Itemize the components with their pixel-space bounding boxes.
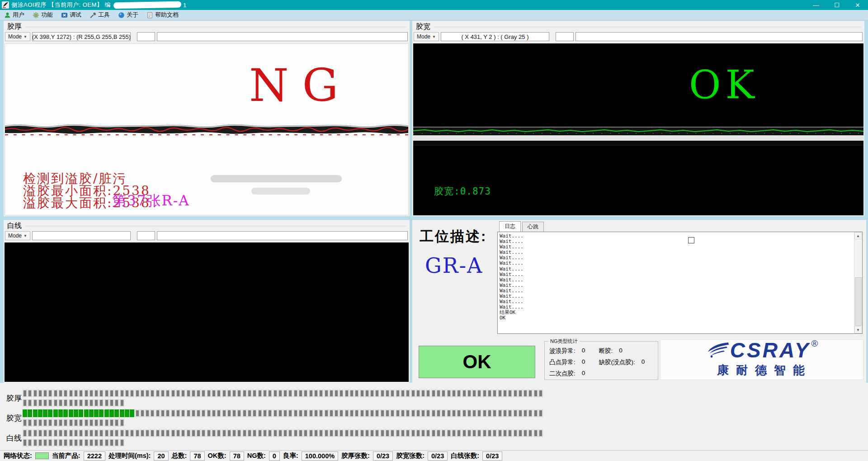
indicator-cell (426, 390, 430, 397)
indicator-cell (89, 429, 94, 437)
indicator-cell (273, 409, 278, 417)
maximize-button[interactable]: ☐ (826, 0, 847, 10)
glue-width-image[interactable]: OK 胶宽:0.873 (413, 43, 863, 215)
indicator-cell (354, 429, 359, 437)
app-window: 侧涂AOI程序 【当前用户: OEM】 编 1 — ☐ ✕ 用户功能调试工具关于… (0, 0, 868, 461)
log-checkbox[interactable] (688, 237, 694, 243)
indicator-cell (222, 429, 226, 437)
indicator-cell (69, 439, 73, 447)
indicator-cell (421, 390, 425, 397)
mode-dropdown[interactable]: Mode ▼ (414, 32, 439, 41)
log-scrollbar[interactable]: ▲ ▼ (854, 232, 862, 333)
indicator-cell (309, 390, 313, 397)
indicator-cell (84, 409, 89, 417)
mode-dropdown[interactable]: Mode ▼ (5, 231, 30, 240)
log-tab-row: 日志心跳 (497, 222, 863, 232)
aux-field-small[interactable] (137, 32, 155, 41)
pixel-readout-field[interactable] (32, 231, 131, 240)
aux-field-small[interactable] (137, 231, 155, 240)
indicator-cell (84, 390, 89, 397)
scroll-down-icon[interactable]: ▼ (854, 326, 862, 333)
tab-日志[interactable]: 日志 (499, 221, 521, 232)
minimize-button[interactable]: — (806, 0, 826, 10)
indicator-cell (156, 390, 160, 397)
panel-glue-width-header: 胶宽 (412, 21, 864, 32)
indicator-cell (411, 429, 415, 437)
indicator-cell (457, 409, 461, 417)
aux-field-long[interactable] (576, 32, 863, 41)
indicator-cell (104, 429, 109, 437)
menu-item-function[interactable]: 功能 (28, 10, 57, 20)
close-button[interactable]: ✕ (847, 0, 868, 10)
indicator-cell (462, 429, 467, 437)
indicator-cell (324, 409, 329, 417)
indicator-cell (33, 399, 38, 407)
pixel-readout-field[interactable]: ( X 431, Y 2 ) : ( Gray 25 ) (441, 32, 549, 41)
indicator-cell (492, 429, 497, 437)
indicator-cell (38, 399, 42, 407)
indicator-cell (370, 429, 374, 437)
indicator-cell (28, 390, 32, 397)
ng-stats-grid: 波浪异常:0断胶:0凸点异常:0缺胶(没点胶):0二次点胶:0 (549, 347, 656, 378)
panel-white-line: 白线 Mode ▼ (4, 220, 410, 383)
indicator-cell (217, 429, 221, 437)
white-line-image[interactable] (5, 242, 409, 382)
menu-item-debug[interactable]: 调试 (57, 10, 85, 20)
indicator-cell (145, 409, 150, 417)
indicator-cell (171, 409, 175, 417)
indicator-cell (156, 409, 160, 417)
pixel-readout-field[interactable]: (X 398,Y 1272) : (R 255,G 255,B 255) (32, 32, 131, 41)
indicator-cell (263, 429, 267, 437)
indicator-cell (48, 419, 52, 427)
menu-item-label: 帮助文档 (155, 11, 179, 19)
scroll-up-icon[interactable]: ▲ (854, 232, 862, 239)
indicator-cell (283, 429, 288, 437)
glue-width-measurement: 胶宽:0.873 (434, 185, 491, 198)
indicator-cell (145, 429, 150, 437)
frame-number-label: 第37张R-A (112, 191, 190, 210)
indicator-cell (28, 409, 32, 417)
indicator-cell (69, 390, 73, 397)
aux-field-small[interactable] (556, 32, 574, 41)
result-ok-button[interactable]: OK (419, 346, 535, 378)
app-logo-icon (2, 1, 9, 9)
indicator-cell (99, 439, 104, 447)
menu-item-helpdoc[interactable]: 帮助文档 (142, 10, 183, 20)
indicator-cell (79, 399, 83, 407)
glue-thickness-image[interactable]: NG 检测到溢胶/脏污 溢胶最小面积:2538 溢胶最大面积:2538 第37张… (5, 43, 409, 215)
indicator-cell (38, 429, 42, 437)
indicator-cell (28, 429, 32, 437)
indicator-cell (334, 390, 339, 397)
tab-心跳[interactable]: 心跳 (522, 222, 544, 232)
log-listbox[interactable]: Wait....Wait....Wait....Wait....Wait....… (497, 232, 863, 334)
registered-mark: ® (811, 338, 818, 349)
indicator-cell (58, 439, 63, 447)
mode-dropdown[interactable]: Mode ▼ (5, 32, 30, 41)
debug-icon (61, 12, 68, 19)
menu-item-user[interactable]: 用户 (0, 10, 28, 20)
menu-item-tools[interactable]: 工具 (85, 10, 114, 20)
aux-field-long[interactable] (157, 32, 408, 41)
chevron-down-icon: ▼ (24, 35, 27, 39)
indicator-cell (467, 409, 472, 417)
indicator-cell (508, 429, 512, 437)
indicator-cell (43, 429, 47, 437)
indicator-cell (120, 409, 124, 417)
indicator-cell (365, 390, 369, 397)
indicator-cell (375, 390, 379, 397)
station-description-label: 工位描述: (420, 227, 487, 246)
indicator-cell (278, 409, 283, 417)
indicator-cell (385, 429, 390, 437)
status-field-value: 78 (230, 451, 244, 461)
aux-field-long[interactable] (157, 231, 408, 240)
menu-item-about[interactable]: 关于 (114, 10, 142, 20)
scrollbar-thumb[interactable] (855, 277, 862, 326)
ng-stat-value: 0 (582, 347, 585, 355)
indicator-cell (181, 390, 185, 397)
indicator-cell (63, 399, 68, 407)
indicator-cell (227, 429, 231, 437)
indicator-cell (487, 409, 492, 417)
indicator-cell (89, 399, 94, 407)
indicator-cell (53, 429, 58, 437)
indicator-cell (477, 429, 481, 437)
